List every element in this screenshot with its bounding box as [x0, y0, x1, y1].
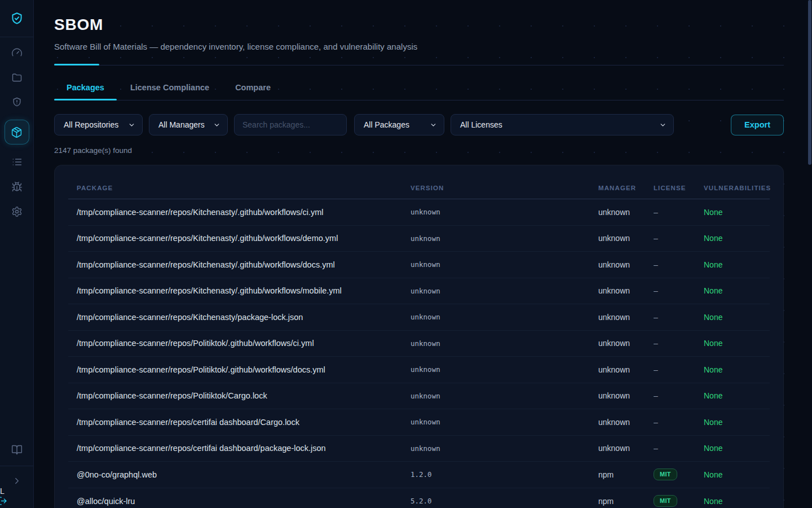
table-row[interactable]: /tmp/compliance-scanner/repos/Kitchenast…: [68, 226, 770, 252]
vulnerabilities-cell: None: [704, 418, 770, 427]
license-cell: –: [654, 391, 704, 400]
manager-cell: unknown: [598, 208, 654, 217]
table-row[interactable]: @0no-co/graphql.web 1.2.0 npm MIT None: [68, 462, 770, 488]
table-header-row: Package Version Manager License Vulnerab…: [68, 177, 770, 199]
manager-cell: npm: [598, 497, 654, 506]
version-cell: unknown: [411, 339, 598, 348]
package-cell: /tmp/compliance-scanner/repos/Politiktok…: [68, 365, 411, 374]
chevron-down-icon: [213, 121, 220, 129]
version-cell: unknown: [411, 287, 598, 295]
table-row[interactable]: /tmp/compliance-scanner/repos/Politiktok…: [68, 357, 770, 383]
sidebar-item-alerts[interactable]: [5, 95, 29, 110]
manager-cell: unknown: [598, 313, 654, 322]
folder-icon: [11, 72, 23, 83]
page-subtitle: Software Bill of Materials — dependency …: [54, 42, 784, 51]
sidebar-nav: [0, 45, 33, 219]
package-cell: @alloc/quick-lru: [68, 497, 411, 506]
sidebar-item-reports[interactable]: [5, 155, 29, 169]
license-cell: –: [654, 286, 704, 295]
version-cell: unknown: [411, 208, 598, 216]
table-row[interactable]: /tmp/compliance-scanner/repos/certifai d…: [68, 436, 770, 462]
sidebar-item-repositories[interactable]: [5, 70, 29, 85]
sidebar-item-dashboard[interactable]: [5, 45, 29, 60]
tab-compare[interactable]: Compare: [223, 76, 283, 100]
tab-bar: Packages License Compliance Compare: [54, 76, 784, 100]
packages-table-card: Package Version Manager License Vulnerab…: [54, 165, 784, 508]
tab-license-compliance[interactable]: License Compliance: [118, 76, 222, 100]
sidebar-item-settings[interactable]: [5, 204, 29, 219]
table-row[interactable]: /tmp/compliance-scanner/repos/Kitchenast…: [68, 278, 770, 305]
package-cell: /tmp/compliance-scanner/repos/Politiktok…: [68, 339, 411, 348]
column-header-license: License: [654, 185, 704, 191]
chevron-down-icon: [659, 121, 667, 129]
package-box-icon: [11, 126, 23, 138]
manager-cell: unknown: [598, 339, 654, 348]
manager-cell: npm: [598, 470, 654, 479]
version-cell: unknown: [411, 365, 598, 374]
license-cell: –: [654, 313, 704, 322]
package-cell: @0no-co/graphql.web: [68, 470, 411, 479]
column-header-manager: Manager: [598, 185, 654, 191]
sidebar-collapse-button[interactable]: [5, 473, 29, 489]
search-input[interactable]: [234, 114, 347, 135]
package-cell: /tmp/compliance-scanner/repos/Kitchenast…: [68, 286, 411, 295]
license-cell: –: [654, 418, 704, 427]
package-cell: /tmp/compliance-scanner/repos/Kitchenast…: [68, 234, 411, 243]
managers-select[interactable]: All Managers: [149, 114, 228, 135]
vulnerabilities-cell: None: [704, 444, 770, 453]
version-cell: unknown: [411, 392, 598, 400]
vulnerabilities-cell: None: [704, 470, 770, 479]
package-cell: /tmp/compliance-scanner/repos/certifai d…: [68, 418, 411, 427]
manager-cell: unknown: [598, 444, 654, 453]
license-cell: –: [654, 339, 704, 348]
title-divider: [54, 64, 784, 65]
results-count: 2147 package(s) found: [54, 146, 784, 155]
vulnerabilities-cell: None: [704, 365, 770, 374]
manager-cell: unknown: [598, 260, 654, 269]
version-cell: unknown: [411, 234, 598, 243]
sidebar-item-docs[interactable]: [5, 442, 29, 458]
vulnerabilities-cell: None: [704, 339, 770, 348]
table-row[interactable]: /tmp/compliance-scanner/repos/Politiktok…: [68, 383, 770, 410]
gear-icon: [11, 206, 23, 217]
vulnerabilities-cell: None: [704, 260, 770, 269]
sidebar-item-sbom[interactable]: [5, 120, 29, 144]
package-cell: /tmp/compliance-scanner/repos/Kitchenast…: [68, 313, 411, 322]
bug-icon: [11, 181, 23, 192]
page-scrollbar[interactable]: [808, 0, 812, 508]
repositories-select[interactable]: All Repositories: [54, 114, 143, 135]
column-header-package: Package: [68, 185, 411, 191]
gauge-icon: [11, 47, 23, 58]
package-cell: /tmp/compliance-scanner/repos/Kitchenast…: [68, 260, 411, 269]
table-row[interactable]: /tmp/compliance-scanner/repos/certifai d…: [68, 409, 770, 436]
licenses-select[interactable]: All Licenses: [451, 114, 674, 135]
export-button[interactable]: Export: [731, 115, 784, 135]
license-cell: MIT: [654, 495, 677, 507]
sidebar-item-issues[interactable]: [5, 179, 29, 194]
license-cell: –: [654, 444, 704, 453]
sidebar: [0, 0, 34, 508]
packages-select-value: All Packages: [364, 120, 409, 129]
table-row[interactable]: /tmp/compliance-scanner/repos/Politiktok…: [68, 331, 770, 357]
scrollbar-thumb[interactable]: [808, 0, 811, 165]
filter-bar: All Repositories All Managers All Packag…: [54, 114, 784, 135]
table-row[interactable]: /tmp/compliance-scanner/repos/Kitchenast…: [68, 252, 770, 278]
list-icon: [11, 156, 23, 168]
packages-select[interactable]: All Packages: [354, 114, 444, 135]
package-cell: /tmp/compliance-scanner/repos/certifai d…: [68, 444, 411, 453]
chevron-down-icon: [128, 121, 135, 129]
tab-packages[interactable]: Packages: [54, 76, 117, 100]
table-row[interactable]: /tmp/compliance-scanner/repos/Kitchenast…: [68, 304, 770, 331]
shield-check-icon: [10, 11, 24, 26]
license-cell: –: [654, 208, 704, 217]
table-row[interactable]: @alloc/quick-lru 5.2.0 npm MIT None: [68, 488, 770, 508]
app-logo[interactable]: [0, 0, 33, 37]
vulnerabilities-cell: None: [704, 286, 770, 295]
table-body: /tmp/compliance-scanner/repos/Kitchenast…: [68, 199, 770, 508]
license-cell: MIT: [654, 468, 677, 480]
column-header-vulnerabilities: Vulnerabilities: [704, 185, 771, 191]
logout-icon[interactable]: [0, 496, 7, 506]
version-cell: 5.2.0: [411, 497, 598, 505]
column-header-version: Version: [411, 185, 598, 191]
table-row[interactable]: /tmp/compliance-scanner/repos/Kitchenast…: [68, 199, 770, 226]
